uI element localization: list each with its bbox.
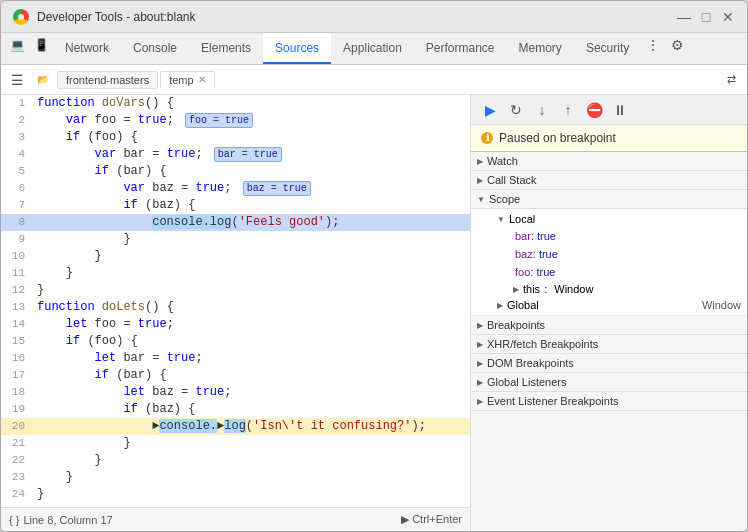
code-line-7: 7 if (baz) { <box>1 197 470 214</box>
devtools-inspect-icon[interactable]: 💻 <box>5 33 29 57</box>
call-stack-triangle-icon: ▶ <box>477 176 483 185</box>
more-tabs-button[interactable]: ⋮ <box>641 33 665 57</box>
code-line-11: 11 } <box>1 265 470 282</box>
code-line-15: 15 if (foo) { <box>1 333 470 350</box>
file-tab-frontend-masters[interactable]: frontend-masters <box>57 71 158 89</box>
tab-memory[interactable]: Memory <box>507 33 574 64</box>
event-listener-breakpoints-section-header[interactable]: ▶ Event Listener Breakpoints <box>471 392 747 411</box>
breakpoint-indicator: ℹ <box>481 132 493 144</box>
code-line-13: 13 function doLets() { <box>1 299 470 316</box>
code-line-24: 24 } <box>1 486 470 503</box>
debug-panel: ▶ ↻ ↓ ↑ ⛔ ⏸ ℹ Paused on breakpoint ▶ Wat… <box>471 95 747 531</box>
tab-network[interactable]: Network <box>53 33 121 64</box>
titlebar: Developer Tools - about:blank — □ ✕ <box>1 1 747 33</box>
step-over-button[interactable]: ↻ <box>505 99 527 121</box>
close-button[interactable]: ✕ <box>721 10 735 24</box>
scope-label: Scope <box>489 193 520 205</box>
code-line-18: 18 let baz = true; <box>1 384 470 401</box>
code-editor[interactable]: 1 function doVars() { 2 var foo = true; … <box>1 95 470 507</box>
tab-sources[interactable]: Sources <box>263 33 331 64</box>
local-triangle-icon: ▼ <box>497 215 505 224</box>
code-line-17: 17 if (bar) { <box>1 367 470 384</box>
tab-console[interactable]: Console <box>121 33 189 64</box>
code-line-22: 22 } <box>1 452 470 469</box>
scope-section-header[interactable]: ▼ Scope <box>471 190 747 209</box>
dom-triangle-icon: ▶ <box>477 359 483 368</box>
window-title: Developer Tools - about:blank <box>37 10 669 24</box>
scope-this-group[interactable]: ▶ this: Window <box>507 281 747 297</box>
code-line-20: 20 ►console.►log('Isn\'t it confusing?')… <box>1 418 470 435</box>
deactivate-breakpoints-button[interactable]: ⛔ <box>583 99 605 121</box>
event-listeners-label: Event Listener Breakpoints <box>487 395 618 407</box>
restore-button[interactable]: □ <box>699 10 713 24</box>
local-label: Local <box>509 213 535 225</box>
global-listeners-section-header[interactable]: ▶ Global Listeners <box>471 373 747 392</box>
run-snippet-label: ▶ Ctrl+Enter <box>401 513 462 526</box>
file-tab-close-icon[interactable]: ✕ <box>198 74 206 85</box>
scope-triangle-icon: ▼ <box>477 195 485 204</box>
code-line-9: 9 } <box>1 231 470 248</box>
code-line-23: 23 } <box>1 469 470 486</box>
statusbar: { } Line 8, Column 17 ▶ Ctrl+Enter <box>1 507 470 531</box>
tab-performance[interactable]: Performance <box>414 33 507 64</box>
event-listeners-triangle-icon: ▶ <box>477 397 483 406</box>
titlebar-controls: — □ ✕ <box>677 10 735 24</box>
main-content: 1 function doVars() { 2 var foo = true; … <box>1 95 747 531</box>
code-panel: 1 function doVars() { 2 var foo = true; … <box>1 95 471 531</box>
debug-toolbar: ▶ ↻ ↓ ↑ ⛔ ⏸ <box>471 95 747 125</box>
global-label: Global <box>507 299 539 311</box>
call-stack-section-header[interactable]: ▶ Call Stack <box>471 171 747 190</box>
code-line-8: 8 console.log('Feels good'); <box>1 214 470 231</box>
tab-elements[interactable]: Elements <box>189 33 263 64</box>
code-line-21: 21 } <box>1 435 470 452</box>
scope-body: ▼ Local bar: true baz: true foo: true <box>471 209 747 316</box>
scope-item-foo: foo: true <box>507 263 747 281</box>
breakpoints-section-header[interactable]: ▶ Breakpoints <box>471 316 747 335</box>
chrome-icon <box>13 9 29 25</box>
pause-exceptions-button[interactable]: ⏸ <box>609 99 631 121</box>
format-button[interactable]: ⇄ <box>719 68 743 92</box>
call-stack-label: Call Stack <box>487 174 537 186</box>
statusbar-position: Line 8, Column 17 <box>23 514 112 526</box>
sources-icon[interactable]: 📂 <box>31 68 55 92</box>
code-line-5: 5 if (bar) { <box>1 163 470 180</box>
tab-application[interactable]: Application <box>331 33 414 64</box>
xhr-triangle-icon: ▶ <box>477 340 483 349</box>
minimize-button[interactable]: — <box>677 10 691 24</box>
global-value: Window <box>702 299 741 311</box>
code-line-16: 16 let bar = true; <box>1 350 470 367</box>
code-line-10: 10 } <box>1 248 470 265</box>
device-toolbar-icon[interactable]: 📱 <box>29 33 53 57</box>
breakpoints-triangle-icon: ▶ <box>477 321 483 330</box>
show-navigator-button[interactable]: ☰ <box>5 68 29 92</box>
statusbar-bracket-icon: { } <box>9 514 19 526</box>
xhr-breakpoints-section-header[interactable]: ▶ XHR/fetch Breakpoints <box>471 335 747 354</box>
global-listeners-triangle-icon: ▶ <box>477 378 483 387</box>
breakpoint-banner: ℹ Paused on breakpoint <box>471 125 747 152</box>
statusbar-right: ▶ Ctrl+Enter <box>401 513 462 526</box>
code-line-4: 4 var bar = true; bar = true <box>1 146 470 163</box>
scope-item-baz: baz: true <box>507 245 747 263</box>
xhr-breakpoints-label: XHR/fetch Breakpoints <box>487 338 598 350</box>
file-tab-temp[interactable]: temp ✕ <box>160 71 214 89</box>
resume-button[interactable]: ▶ <box>479 99 501 121</box>
settings-button[interactable]: ⚙ <box>665 33 689 57</box>
debug-sections[interactable]: ▶ Watch ▶ Call Stack ▼ Scope ▼ <box>471 152 747 531</box>
scope-local-group[interactable]: ▼ Local <box>491 211 747 227</box>
tab-security[interactable]: Security <box>574 33 641 64</box>
code-line-19: 19 if (baz) { <box>1 401 470 418</box>
local-items: bar: true baz: true foo: true ▶ this: Wi… <box>491 227 747 297</box>
dom-breakpoints-section-header[interactable]: ▶ DOM Breakpoints <box>471 354 747 373</box>
code-line-6: 6 var baz = true; baz = true <box>1 180 470 197</box>
code-line-3: 3 if (foo) { <box>1 129 470 146</box>
step-into-button[interactable]: ↓ <box>531 99 553 121</box>
breakpoints-label: Breakpoints <box>487 319 545 331</box>
code-line-14: 14 let foo = true; <box>1 316 470 333</box>
scope-global-group[interactable]: ▶ Global Window <box>491 297 747 313</box>
this-triangle-icon: ▶ <box>513 285 519 294</box>
main-tabs: 💻 📱 Network Console Elements Sources App… <box>1 33 747 65</box>
devtools-window: Developer Tools - about:blank — □ ✕ 💻 📱 … <box>0 0 748 532</box>
watch-section-header[interactable]: ▶ Watch <box>471 152 747 171</box>
step-out-button[interactable]: ↑ <box>557 99 579 121</box>
breakpoint-message: Paused on breakpoint <box>499 131 616 145</box>
